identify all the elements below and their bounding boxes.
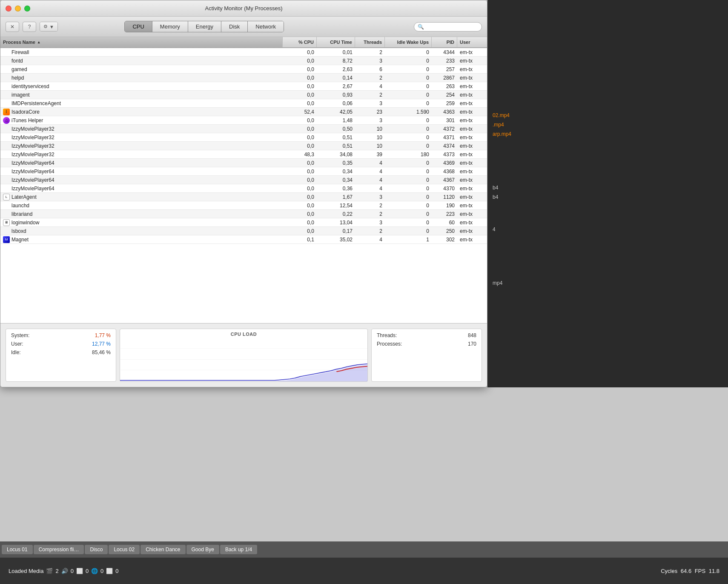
gear-button[interactable]: ⚙ ▼ [40,22,57,31]
td-threads: 3 [355,117,385,123]
td-cputime: 0,36 [317,186,355,192]
td-user: em-tx [457,109,487,115]
td-user: em-tx [457,152,487,157]
tab-disk[interactable]: Disk [221,21,248,32]
minimize-button[interactable] [15,6,21,11]
col-header-user[interactable]: User [457,37,487,47]
tab-energy[interactable]: Energy [188,21,221,32]
table-row[interactable]: lsboxd 0,0 0,17 2 0 250 em-tx [0,227,487,235]
td-pid: 257 [432,66,457,72]
td-cputime: 2,63 [317,66,355,72]
table-row[interactable]: IzzyMoviePlayer64 0,0 0,36 4 0 4370 em-t… [0,184,487,193]
table-row[interactable]: IzzyMoviePlayer64 0,0 0,34 4 0 4367 em-t… [0,176,487,184]
td-name: lsboxd [0,228,283,234]
td-pid: 302 [432,237,457,243]
table-header: Process Name ▲ % CPU CPU Time Threads Id… [0,37,487,48]
td-name: helpd [0,75,283,81]
magnet-icon: M [3,236,10,243]
help-button[interactable]: ? [23,22,36,32]
td-name: IMDPersistenceAgent [0,100,283,106]
td-cputime: 0,01 [317,49,355,55]
td-name: fontd [0,58,283,64]
maximize-button[interactable] [24,6,30,11]
table-row[interactable]: IzzyMoviePlayer64 0,0 0,34 4 0 4368 em-t… [0,167,487,176]
window-title: Activity Monitor (My Processes) [205,5,282,11]
task-locus01[interactable]: Locus 01 [2,545,33,554]
td-idle: 0 [385,177,432,183]
td-threads: 2 [355,92,385,98]
task-locus02[interactable]: Locus 02 [109,545,140,554]
table-row[interactable]: gamed 0,0 2,63 6 0 257 em-tx [0,65,487,74]
close-icon-btn[interactable]: ✕ [6,22,19,32]
td-user: em-tx [457,92,487,98]
td-cputime: 0,34 [317,169,355,175]
table-row[interactable]: IzzyMoviePlayer32 0,0 0,51 10 0 4374 em-… [0,142,487,150]
table-row[interactable]: IzzyMoviePlayer64 0,0 0,35 4 0 4369 em-t… [0,159,487,167]
table-row[interactable]: identityservicesd 0,0 2,67 4 0 263 em-tx [0,82,487,91]
td-threads: 3 [355,220,385,226]
td-user: em-tx [457,49,487,55]
tab-network[interactable]: Network [248,21,284,32]
table-row[interactable]: imagent 0,0 0,93 2 0 254 em-tx [0,91,487,99]
td-idle: 0 [385,83,432,89]
td-user: em-tx [457,186,487,192]
itunes-icon: ♫ [3,117,10,124]
td-cpu: 0,0 [283,92,317,98]
table-row[interactable]: IzzyMoviePlayer32 48,3 34,08 39 180 4373… [0,150,487,159]
table-row[interactable]: I IsadoraCore 52,4 42,05 23 1.590 4363 e… [0,108,487,116]
td-cpu: 0,0 [283,58,317,64]
col-header-threads[interactable]: Threads [355,37,385,47]
tab-memory[interactable]: Memory [152,21,188,32]
table-row[interactable]: helpd 0,0 0,14 2 0 2867 em-tx [0,74,487,82]
td-cpu: 0,0 [283,83,317,89]
td-threads: 3 [355,58,385,64]
td-threads: 2 [355,75,385,81]
audio-count: 0 [71,568,74,574]
col-header-cpu[interactable]: % CPU [283,37,317,47]
table-row[interactable]: librariand 0,0 0,22 2 0 223 em-tx [0,210,487,218]
td-threads: 3 [355,194,385,200]
file-item-6: 4 [491,226,727,233]
task-disco[interactable]: Disco [85,545,108,554]
task-goodbye[interactable]: Good Bye [186,545,219,554]
table-row[interactable]: 🖥 loginwindow 0,0 13,04 3 0 60 em-tx [0,218,487,227]
td-cpu: 0,0 [283,177,317,183]
close-button[interactable] [6,6,11,11]
col-header-idlewake[interactable]: Idle Wake Ups [385,37,432,47]
table-row[interactable]: Firewall 0,0 0,01 2 0 4344 em-tx [0,48,487,57]
table-row[interactable]: M Magnet 0,1 35,02 4 1 302 em-tx [0,235,487,244]
process-table-body[interactable]: Firewall 0,0 0,01 2 0 4344 em-tx fontd 0… [0,48,487,323]
user-value: 12,77 % [92,341,111,347]
search-input[interactable] [426,24,478,30]
table-row[interactable]: IMDPersistenceAgent 0,0 0,06 3 0 259 em-… [0,99,487,108]
td-threads: 10 [355,143,385,149]
table-row[interactable]: launchd 0,0 12,54 2 0 190 em-tx [0,201,487,210]
task-chicken[interactable]: Chicken Dance [140,545,185,554]
col-header-pid[interactable]: PID [432,37,457,47]
td-pid: 233 [432,58,457,64]
titlebar: Activity Monitor (My Processes) [0,0,487,17]
task-compression[interactable]: Compression fli… [34,545,84,554]
td-user: em-tx [457,100,487,106]
col-header-name[interactable]: Process Name ▲ [0,37,283,47]
system-label: System: [11,332,29,338]
threads-stats-box: Threads: 848 Processes: 170 [371,329,482,382]
table-row[interactable]: L LaterAgent 0,0 1,67 3 0 1120 em-tx [0,193,487,201]
media-count: 2 [55,568,58,574]
later-icon: L [3,194,10,200]
col-header-cputime[interactable]: CPU Time [317,37,355,47]
screen-icon: ⬜ [76,568,83,574]
table-row[interactable]: IzzyMoviePlayer32 0,0 0,51 10 0 4371 em-… [0,133,487,142]
td-cputime: 0,93 [317,92,355,98]
tab-cpu[interactable]: CPU [125,21,152,32]
td-threads: 4 [355,83,385,89]
table-row[interactable]: ♫ iTunes Helper 0,0 1,48 3 0 301 em-tx [0,116,487,125]
td-threads: 4 [355,186,385,192]
td-threads: 2 [355,49,385,55]
file-item-5: b4 [491,193,727,201]
task-backup[interactable]: Back up 1/4 [220,545,257,554]
table-row[interactable]: IzzyMoviePlayer32 0,0 0,50 10 0 4372 em-… [0,125,487,133]
td-cputime: 0,34 [317,177,355,183]
table-row[interactable]: fontd 0,0 8,72 3 0 233 em-tx [0,57,487,65]
td-user: em-tx [457,237,487,243]
